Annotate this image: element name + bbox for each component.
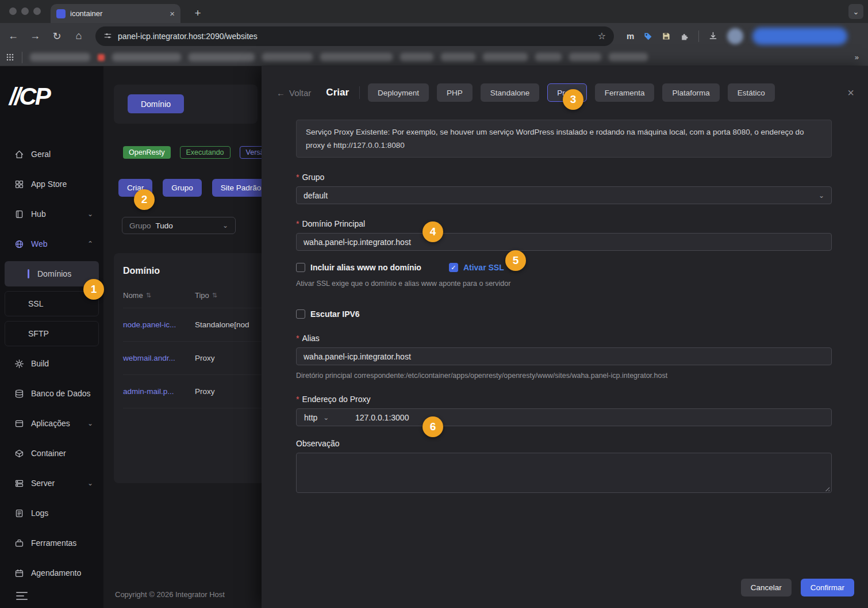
url-bar[interactable]: panel-icp.integrator.host:2090/websites … [95, 26, 614, 46]
tab-estatico[interactable]: Estático [728, 83, 775, 102]
bookmark-item[interactable] [262, 53, 313, 62]
domain-link[interactable]: webmail.andr... [123, 354, 195, 362]
extension-save-icon[interactable] [662, 32, 671, 41]
close-icon[interactable]: × [847, 86, 854, 100]
bookmark-item[interactable] [569, 53, 601, 62]
proxy-scheme-select[interactable]: http ⌄ [297, 413, 347, 422]
sidebar-item-ferramentas[interactable]: Ferramentas [5, 530, 99, 556]
annotation-badge-4: 4 [423, 221, 443, 242]
back-icon[interactable]: ← [5, 28, 22, 45]
tab-php[interactable]: PHP [437, 83, 473, 102]
traffic-light-close[interactable] [9, 7, 17, 15]
home-icon[interactable]: ⌂ [70, 28, 87, 45]
sidebar-item-dominios[interactable]: Domínios [5, 261, 99, 286]
tab-standalone[interactable]: Standalone [481, 83, 539, 102]
domain-link[interactable]: node.panel-ic... [123, 320, 195, 329]
sidebar-item-web[interactable]: Web ⌃ [5, 231, 99, 257]
downloads-icon[interactable] [708, 31, 718, 41]
tab-deployment[interactable]: Deployment [368, 83, 429, 102]
bookmark-item[interactable] [189, 53, 255, 62]
sidebar-item-build[interactable]: Build [5, 351, 99, 376]
tab-plataforma[interactable]: Plataforma [662, 83, 719, 102]
group-filter-value: Tudo [156, 221, 173, 230]
domain-button[interactable]: Domínio [128, 94, 184, 113]
tab-ferramenta[interactable]: Ferramenta [595, 83, 655, 102]
dominio-principal-input[interactable] [296, 233, 832, 251]
reload-icon[interactable]: ↻ [48, 28, 66, 45]
apps-grid-icon[interactable] [6, 53, 14, 62]
ssl-checkbox[interactable]: ✓ [449, 263, 458, 272]
domain-table-card: Domínio Nome ⇅ Tipo ⇅ node.panel-ic... S… [114, 253, 262, 483]
proxy-address-group: http ⌄ 127.0.0.1:3000 [296, 408, 832, 426]
cancel-button[interactable]: Cancelar [741, 579, 792, 596]
sort-icon[interactable]: ⇅ [212, 292, 217, 299]
sort-icon[interactable]: ⇅ [146, 292, 151, 299]
alias-input[interactable] [296, 347, 832, 365]
bookmarks-overflow-icon[interactable]: » [855, 53, 862, 62]
site-info-icon[interactable] [103, 32, 112, 40]
proxy-address-input[interactable]: 127.0.0.1:3000 [347, 413, 409, 422]
sidebar-item-container[interactable]: Container [5, 441, 99, 466]
grid-icon [14, 179, 24, 189]
sidebar-item-geral[interactable]: Geral [5, 142, 99, 167]
collapse-sidebar-icon[interactable] [16, 592, 28, 600]
group-filter-select[interactable]: Grupo Tudo ⌄ [122, 217, 236, 234]
window-icon [14, 419, 24, 429]
sidebar-item-label: Ferramentas [31, 538, 76, 548]
sidebar-item-server[interactable]: Server ⌄ [5, 471, 99, 496]
sidebar-item-logs[interactable]: Logs [5, 500, 99, 526]
forward-icon[interactable]: → [26, 28, 44, 45]
bookmarks-separator [22, 52, 22, 63]
bookmark-item[interactable] [400, 53, 433, 62]
sidebar-item-hub[interactable]: Hub ⌄ [5, 201, 99, 227]
bookmark-item[interactable] [30, 53, 90, 62]
ipv6-checkbox[interactable] [296, 309, 305, 319]
www-alias-checkbox[interactable] [296, 263, 305, 272]
bookmark-item[interactable] [441, 53, 475, 62]
url-text[interactable]: panel-icp.integrator.host:2090/websites [118, 32, 592, 41]
tab-close-icon[interactable]: × [170, 9, 175, 18]
bookmark-item[interactable] [483, 53, 528, 62]
container-box-icon [14, 449, 24, 458]
extension-m-icon[interactable]: m [627, 31, 634, 41]
bookmark-favicon[interactable] [98, 54, 105, 61]
browser-tab[interactable]: icontainer × [51, 4, 180, 23]
table-row[interactable]: webmail.andr... Proxy [123, 342, 262, 375]
table-row[interactable]: node.panel-ic... Standalone[nod [123, 308, 262, 342]
sidebar-item-sftp[interactable]: SFTP [5, 321, 99, 346]
field-label-text: Grupo [302, 173, 324, 182]
bookmark-item[interactable] [609, 53, 648, 62]
profile-button[interactable] [752, 28, 847, 45]
table-row[interactable]: admin-mail.p... Proxy [123, 375, 262, 408]
sidebar-item-label: Banco de Dados [31, 389, 91, 398]
group-button[interactable]: Grupo [163, 179, 202, 197]
confirm-button[interactable]: Confirmar [801, 579, 854, 596]
sidebar-item-aplicacoes[interactable]: Aplicações ⌄ [5, 411, 99, 436]
extension-tag-icon[interactable] [643, 32, 652, 41]
grupo-select[interactable]: default ⌄ [296, 186, 832, 204]
column-header-tipo[interactable]: Tipo ⇅ [195, 291, 262, 300]
back-arrow-icon: ← [276, 88, 285, 98]
bookmark-item[interactable] [320, 53, 393, 62]
default-site-button[interactable]: Site Padrão [212, 179, 262, 197]
sidebar-item-agendamento[interactable]: Agendamento [5, 560, 99, 586]
domain-link[interactable]: admin-mail.p... [123, 387, 195, 396]
extensions-puzzle-icon[interactable] [680, 32, 689, 41]
www-alias-label: Incluir alias www no domínio [310, 263, 421, 272]
window-chevron-icon[interactable]: ⌄ [848, 4, 863, 19]
new-tab-button[interactable]: + [190, 5, 206, 21]
column-header-nome[interactable]: Nome ⇅ [123, 291, 195, 300]
sidebar-item-banco-de-dados[interactable]: Banco de Dados [5, 381, 99, 406]
profile-avatar[interactable] [727, 28, 743, 44]
active-marker [28, 269, 29, 278]
sidebar-item-app-store[interactable]: App Store [5, 171, 99, 197]
observacao-textarea[interactable] [296, 453, 832, 493]
back-button[interactable]: ← Voltar [276, 88, 311, 98]
chevron-down-icon: ⌄ [87, 479, 93, 487]
traffic-light-zoom[interactable] [33, 7, 41, 15]
traffic-light-minimize[interactable] [21, 7, 29, 15]
bookmark-item[interactable] [535, 53, 562, 62]
bookmark-star-icon[interactable]: ☆ [598, 30, 606, 41]
bookmark-item[interactable] [112, 53, 181, 62]
app-logo: //CP [0, 66, 103, 142]
